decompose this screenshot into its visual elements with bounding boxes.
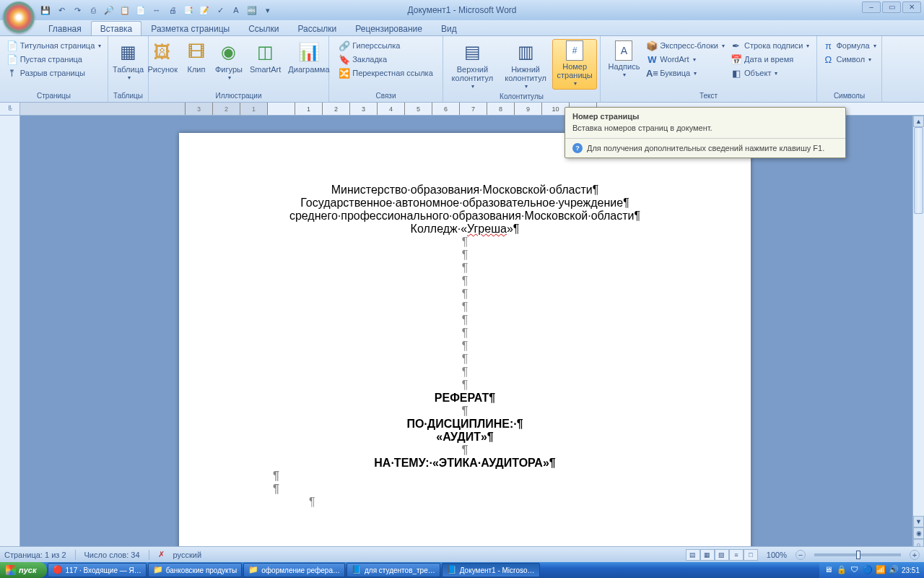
status-page[interactable]: Страница: 1 из 2 [4, 551, 66, 559]
taskbar-item[interactable]: 📘Документ1 - Microso… [442, 563, 540, 577]
taskbar-item[interactable]: 📘для студентов_тре… [346, 563, 440, 577]
shapes-button[interactable]: ◉Фигуры▾ [212, 39, 245, 84]
zoom-knob[interactable] [856, 551, 860, 559]
scroll-up-button[interactable]: ▲ [913, 116, 924, 127]
start-button[interactable]: пуск [0, 562, 47, 578]
qat-button[interactable]: 📝 [198, 4, 211, 17]
header-button[interactable]: ▤Верхний колонтитул▾ [446, 39, 499, 92]
taskbar-item[interactable]: 📁банковские продукты [148, 563, 243, 577]
tab-разметка страницы[interactable]: Разметка страницы [141, 21, 239, 35]
pilcrow: ¶ [251, 353, 679, 366]
qat-button[interactable]: ▾ [261, 4, 274, 17]
tray-icon[interactable]: 📶 [876, 565, 886, 575]
group-label: Колонтитулы [500, 92, 544, 100]
tab-вставка[interactable]: Вставка [91, 21, 142, 35]
quick-parts-button[interactable]: 📦Экспресс-блоки▾ [644, 39, 727, 52]
status-language[interactable]: русский [173, 551, 201, 559]
footer-button[interactable]: ▥Нижний колонтитул▾ [500, 39, 552, 92]
doc-line: РЕФЕРАТ¶ [251, 392, 679, 405]
tab-вид[interactable]: Вид [432, 21, 466, 35]
minimize-button[interactable]: – [862, 1, 881, 13]
tray-clock[interactable]: 23:51 [902, 566, 920, 574]
ruler-vertical[interactable] [0, 116, 20, 562]
qat-button[interactable]: 💾 [39, 4, 52, 17]
smartart-button[interactable]: ◫SmartArt [247, 39, 284, 75]
zoom-slider[interactable] [814, 553, 901, 556]
page-number-button[interactable]: #Номер страницы▾ [552, 39, 597, 90]
scroll-track[interactable] [913, 127, 924, 516]
zoom-out-button[interactable]: − [796, 550, 806, 560]
datetime-button[interactable]: 📅Дата и время [728, 53, 796, 66]
office-button[interactable] [3, 1, 35, 33]
tray-icon[interactable]: 🛡 [850, 565, 860, 575]
status-words[interactable]: Число слов: 34 [84, 551, 140, 559]
tab-рассылки[interactable]: Рассылки [288, 21, 346, 35]
qat-button[interactable]: 🔤 [245, 4, 258, 17]
scroll-thumb[interactable] [914, 127, 923, 214]
taskbar-item[interactable]: 📁оформление рефера… [243, 563, 345, 577]
doc-line: Министерство·образования·Московской·обла… [251, 184, 679, 197]
hyperlink-button[interactable]: 🔗Гиперссылка [336, 39, 402, 52]
qat-button[interactable]: ↔ [150, 4, 163, 17]
windows-icon [6, 565, 16, 575]
view-buttons: ▤ ▦ ▧ ≡ □ [686, 549, 758, 561]
qat-button[interactable]: ⎙ [87, 4, 100, 17]
tray-icon[interactable]: 🔊 [889, 565, 899, 575]
zoom-in-button[interactable]: + [910, 550, 920, 560]
qat-button[interactable]: ✓ [214, 4, 227, 17]
tray-icon[interactable]: 🔵 [863, 565, 873, 575]
draft-view[interactable]: □ [744, 549, 758, 561]
pilcrow: ¶ [251, 405, 679, 418]
ruler-corner[interactable]: ╚ [0, 103, 20, 115]
object-icon: ◧ [731, 67, 742, 79]
chart-button[interactable]: 📊Диаграмма [285, 39, 332, 75]
close-button[interactable]: ✕ [902, 1, 921, 13]
doc-line: Колледж·«Угреша»¶ [251, 223, 679, 236]
vertical-scrollbar[interactable]: ▲ ▼ ◉ ○ ◉ [912, 116, 924, 562]
symbol-button[interactable]: ΩСимвол▾ [820, 53, 873, 66]
crossref-button[interactable]: 🔀Перекрестная ссылка [336, 66, 435, 79]
tab-рецензирование[interactable]: Рецензирование [346, 21, 432, 35]
taskbar-item[interactable]: 🔴117 · Входящие — Я… [48, 563, 147, 577]
document-page[interactable]: Министерство·образования·Московской·обла… [179, 133, 751, 562]
textbox-button[interactable]: AНадпись▾ [606, 39, 643, 81]
blank-page-button[interactable]: 📄Пустая страница [4, 53, 84, 66]
equation-button[interactable]: πФормула▾ [820, 39, 878, 52]
qat-button[interactable]: ↶ [55, 4, 68, 17]
qat-button[interactable]: 📋 [118, 4, 131, 17]
bookmark-icon: 🔖 [339, 53, 350, 65]
title-page-button[interactable]: 📄Титульная страница▾ [4, 39, 104, 52]
object-button[interactable]: ◧Объект▾ [728, 66, 780, 79]
full-screen-view[interactable]: ▦ [700, 549, 715, 561]
prev-page-button[interactable]: ◉ [913, 527, 924, 539]
print-layout-view[interactable]: ▤ [686, 549, 700, 561]
tray-icon[interactable]: 🔒 [837, 565, 847, 575]
qat-button[interactable]: 🔎 [103, 4, 116, 17]
blank-page-icon: 📄 [6, 53, 18, 65]
qat-button[interactable]: 📄 [134, 4, 147, 17]
scroll-down-button[interactable]: ▼ [913, 516, 924, 527]
qat-button[interactable]: 🖨 [166, 4, 179, 17]
maximize-button[interactable]: ▭ [882, 1, 901, 13]
chevron-down-icon: ▾ [868, 56, 871, 63]
wordart-button[interactable]: WWordArt▾ [644, 53, 697, 66]
table-button[interactable]: ▦Таблица▾ [110, 39, 147, 84]
web-layout-view[interactable]: ▧ [715, 549, 729, 561]
hyperlink-icon: 🔗 [339, 40, 350, 51]
qat-button[interactable]: ↷ [71, 4, 84, 17]
qat-button[interactable]: 📑 [182, 4, 195, 17]
page-break-button[interactable]: ⤒Разрыв страницы [4, 66, 87, 79]
proofing-icon[interactable]: ✗ [158, 550, 165, 559]
tab-ссылки[interactable]: Ссылки [239, 21, 288, 35]
tab-главная[interactable]: Главная [39, 21, 91, 35]
dropcap-button[interactable]: A≡Буквица▾ [644, 66, 699, 79]
tray-icon[interactable]: 🖥 [824, 565, 834, 575]
outline-view[interactable]: ≡ [729, 549, 744, 561]
signature-line-button[interactable]: ✒Строка подписи▾ [728, 39, 811, 52]
bookmark-button[interactable]: 🔖Закладка [336, 53, 389, 66]
zoom-level[interactable]: 100% [767, 551, 787, 559]
clip-button[interactable]: 🎞Клип [182, 39, 211, 75]
pilcrow: ¶ [251, 340, 679, 353]
picture-button[interactable]: 🖼Рисунок [144, 39, 180, 75]
qat-button[interactable]: A [230, 4, 243, 17]
